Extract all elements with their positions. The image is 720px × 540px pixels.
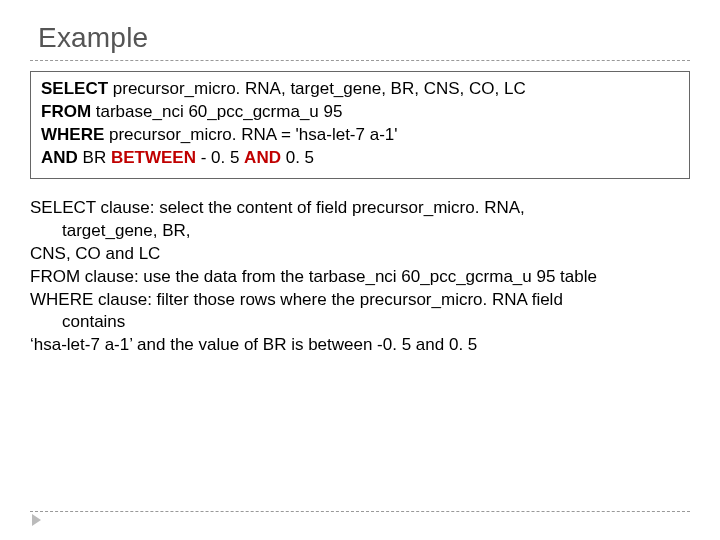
expl-where-1: WHERE clause: filter those rows where th… xyxy=(30,289,690,312)
sql-low: - 0. 5 xyxy=(201,148,244,167)
sql-line-3: WHERE precursor_micro. RNA = 'hsa-let-7 … xyxy=(41,124,679,147)
kw-where: WHERE xyxy=(41,125,109,144)
slide: Example SELECT precursor_micro. RNA, tar… xyxy=(0,0,720,540)
explanation-block: SELECT clause: select the content of fie… xyxy=(30,197,690,358)
divider-top xyxy=(30,60,690,61)
kw-from: FROM xyxy=(41,102,96,121)
arrow-icon xyxy=(32,514,41,526)
sql-where-cond: precursor_micro. RNA = 'hsa-let-7 a-1' xyxy=(109,125,398,144)
slide-title: Example xyxy=(38,22,690,54)
expl-where-3: ‘hsa-let-7 a-1’ and the value of BR is b… xyxy=(30,334,690,357)
expl-from: FROM clause: use the data from the tarba… xyxy=(30,266,690,289)
sql-br: BR xyxy=(83,148,111,167)
sql-query-box: SELECT precursor_micro. RNA, target_gene… xyxy=(30,71,690,179)
divider-bottom xyxy=(30,511,690,512)
sql-select-cols: precursor_micro. RNA, target_gene, BR, C… xyxy=(113,79,526,98)
sql-from-table: tarbase_nci 60_pcc_gcrma_u 95 xyxy=(96,102,343,121)
expl-select-1: SELECT clause: select the content of fie… xyxy=(30,197,690,220)
sql-line-4: AND BR BETWEEN - 0. 5 AND 0. 5 xyxy=(41,147,679,170)
sql-line-1: SELECT precursor_micro. RNA, target_gene… xyxy=(41,78,679,101)
sql-high: 0. 5 xyxy=(286,148,314,167)
kw-select: SELECT xyxy=(41,79,113,98)
kw-and-1: AND xyxy=(41,148,83,167)
expl-where-2: contains xyxy=(30,311,690,334)
kw-and-2: AND xyxy=(244,148,286,167)
kw-between: BETWEEN xyxy=(111,148,201,167)
sql-line-2: FROM tarbase_nci 60_pcc_gcrma_u 95 xyxy=(41,101,679,124)
expl-select-3: CNS, CO and LC xyxy=(30,243,690,266)
expl-select-2: target_gene, BR, xyxy=(30,220,690,243)
